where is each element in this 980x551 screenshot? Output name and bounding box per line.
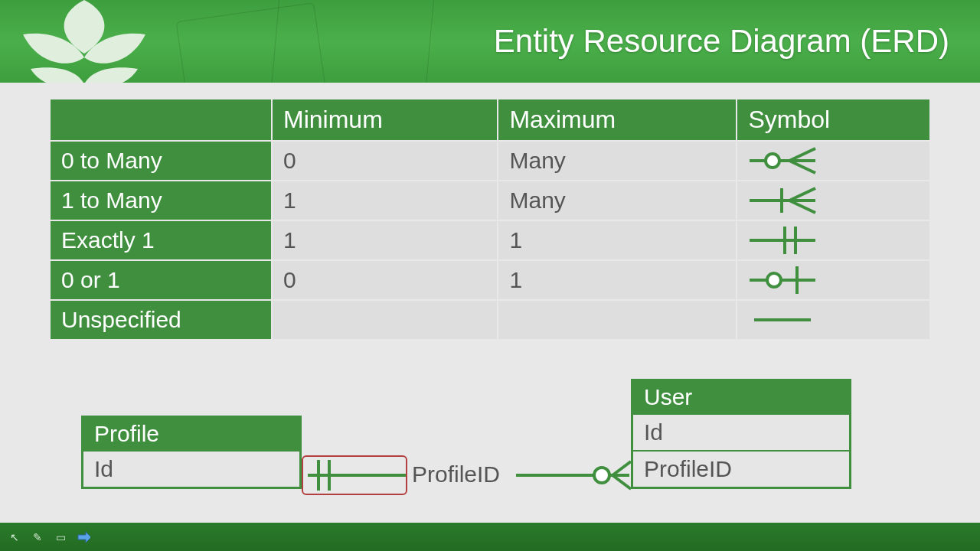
erd-diagram: Profile Id User Id ProfileID ProfileID bbox=[49, 379, 931, 532]
row-min: 1 bbox=[273, 181, 497, 220]
row-min: 1 bbox=[273, 221, 497, 259]
svg-line-3 bbox=[789, 161, 815, 173]
svg-point-12 bbox=[767, 273, 781, 287]
pen-tool-icon[interactable]: ✎ bbox=[31, 530, 44, 544]
next-slide-icon[interactable] bbox=[77, 530, 90, 544]
cardinality-table: Minimum Maximum Symbol 0 to Many0Many1 t… bbox=[49, 98, 931, 341]
table-row: Exactly 111 bbox=[51, 221, 929, 259]
pointer-tool-icon[interactable]: ↖ bbox=[8, 530, 21, 544]
svg-point-19 bbox=[594, 468, 609, 483]
row-symbol bbox=[737, 261, 929, 299]
entity-profile: Profile Id bbox=[81, 416, 302, 489]
row-max bbox=[498, 301, 736, 339]
row-max: Many bbox=[498, 142, 736, 180]
row-name: Unspecified bbox=[51, 301, 271, 339]
svg-line-20 bbox=[612, 461, 631, 475]
entity-user: User Id ProfileID bbox=[631, 379, 851, 489]
svg-line-7 bbox=[789, 201, 815, 213]
col-symbol: Symbol bbox=[737, 99, 929, 140]
row-name: Exactly 1 bbox=[51, 221, 271, 259]
relationship-label: ProfileID bbox=[412, 461, 500, 487]
table-row: 0 or 101 bbox=[51, 261, 929, 299]
row-name: 0 to Many bbox=[51, 142, 271, 180]
table-row: Unspecified bbox=[51, 301, 929, 339]
slide-tool-icon[interactable]: ▭ bbox=[54, 530, 67, 544]
page-title: Entity Resource Diagram (ERD) bbox=[494, 23, 949, 60]
highlight-box bbox=[302, 455, 407, 495]
row-min bbox=[273, 301, 497, 339]
svg-line-21 bbox=[612, 475, 631, 489]
col-maximum: Maximum bbox=[498, 99, 736, 140]
row-min: 0 bbox=[273, 261, 497, 299]
col-minimum: Minimum bbox=[273, 99, 497, 140]
svg-point-1 bbox=[766, 154, 779, 168]
entity-user-row-1: ProfileID bbox=[633, 450, 849, 487]
brand-logo bbox=[0, 0, 168, 83]
entity-profile-row: Id bbox=[83, 450, 299, 487]
row-symbol bbox=[737, 181, 929, 220]
row-max: 1 bbox=[498, 261, 736, 299]
entity-user-row-0: Id bbox=[633, 413, 849, 450]
row-name: 0 or 1 bbox=[51, 261, 271, 299]
table-row: 0 to Many0Many bbox=[51, 142, 929, 180]
slide-header: Entity Resource Diagram (ERD) bbox=[0, 0, 980, 83]
col-blank bbox=[51, 99, 271, 140]
row-symbol bbox=[737, 221, 929, 259]
svg-line-2 bbox=[789, 148, 815, 161]
svg-line-6 bbox=[789, 188, 815, 201]
connector-zero-many-icon bbox=[516, 452, 632, 498]
row-max: 1 bbox=[498, 221, 736, 259]
entity-user-title: User bbox=[633, 381, 849, 413]
entity-profile-title: Profile bbox=[83, 418, 299, 450]
row-min: 0 bbox=[273, 142, 497, 180]
row-max: Many bbox=[498, 181, 736, 220]
row-name: 1 to Many bbox=[51, 181, 271, 220]
presenter-toolbar: ↖ ✎ ▭ bbox=[0, 523, 980, 551]
slide-content: Minimum Maximum Symbol 0 to Many0Many1 t… bbox=[0, 83, 980, 532]
table-row: 1 to Many1Many bbox=[51, 181, 929, 220]
row-symbol bbox=[737, 142, 929, 180]
row-symbol bbox=[737, 301, 929, 339]
